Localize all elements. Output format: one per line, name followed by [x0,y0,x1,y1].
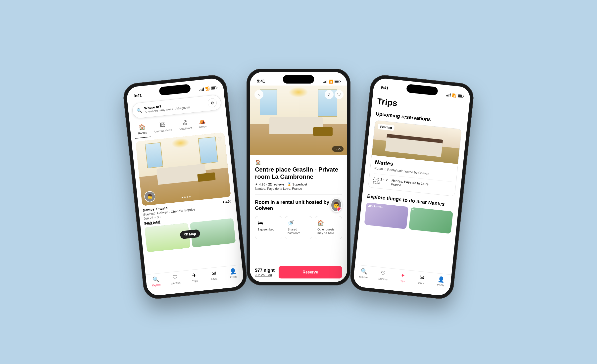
nav-profile-label: Profile [230,275,237,279]
divider-1 [255,194,342,195]
tab-caves[interactable]: ⛺ Caves [194,116,210,132]
tab-rooms-label: Rooms [138,131,147,135]
signal-icon-3 [446,93,451,97]
listing-body: 🏠 Centre place Graslin - Private room La… [250,155,347,247]
listing-image: 👨 ♡ [136,132,231,206]
nav-wishlists[interactable]: ♡ Wishlists [165,273,186,285]
listing-card[interactable]: 👨 ♡ Nantes, France ★4.95 Stay with Golwe… [136,132,233,226]
status-time-3: 9:41 [380,85,389,91]
tab-beachfront-label: Beachfront [179,126,192,131]
host-avatar[interactable]: 👨 [331,198,342,212]
status-time-1: 9:41 [134,93,142,98]
image-counter: 1 / 22 [332,146,344,152]
wifi-icon-2: 📶 [329,80,333,84]
rating-value: 4.95 [259,182,265,186]
amenity-bathroom-text: Shared bathroom [288,228,309,235]
listing-meta: ★ 4.95 · 22 reviews · 🏅 Superhost [255,182,342,186]
nav3-explore-label: Explore [359,275,368,279]
bottom-nav-3: 🔍 Explore ♡ Wishlists ✦ Trips ✉ Inbox 👤 … [353,265,451,296]
nav-trips-label: Trips [192,279,198,283]
booking-footer: $77 night Jun 25 – 30 Reserve [250,262,347,282]
nav3-trips[interactable]: ✦ Trips [392,271,413,283]
explore-t[interactable]: T [409,207,453,234]
phone-1: 9:41 📶 🔍 Where to? Anywhere · Any week · [122,74,248,300]
listing-location: Nantes, Pays de la Loire, France [255,187,342,190]
tab-caves-label: Caves [199,125,207,129]
hero-image: ‹ ⤴ ♡ 1 / 22 [250,86,347,155]
signal-icon-2 [323,80,327,83]
nav-inbox-label: Inbox [211,277,217,280]
tab-rooms[interactable]: 🏠 Rooms [134,122,151,139]
reservation-dates: Aug 1 – 2 2023 Nantes, Pays de la Loire … [373,177,451,192]
reserve-button[interactable]: Reserve [279,266,342,278]
explore-t-label: T [410,207,453,218]
listing-title: Centre place Graslin - Private room La C… [255,166,342,181]
amenity-bathroom: 🚿 Shared bathroom [285,216,312,239]
status-icons-1: 📶 [199,86,217,91]
status-icons-2: 📶 [323,80,340,84]
room-badge: 🏠 [255,159,342,165]
booking-dates[interactable]: Jun 25 – 30 [255,273,275,277]
battery-icon-2 [335,80,340,83]
tab-beachfront[interactable]: 🏖 Beachfront [174,117,196,134]
nav3-wishlists-label: Wishlists [378,277,388,281]
listing-rating: ★4.95 [222,199,232,204]
tab-amazing-views-label: Amazing views [153,128,172,133]
nav3-trips-label: Trips [399,279,405,283]
host-row: Room in a rental unit hosted by Golwen 👨 [255,198,342,212]
explore-row: Just for you T [364,202,453,234]
date-block: Aug 1 – 2 2023 [373,177,388,186]
wishlist-heart[interactable]: ♡ [216,136,222,142]
wifi-icon: 📶 [205,87,210,91]
nav-profile[interactable]: 👤 Profile [223,267,244,279]
map-label: Map [189,231,196,236]
phone-3: 9:41 📶 Trips Upcoming reservations [349,74,475,300]
hero-heart[interactable]: ♡ [335,90,344,99]
airbnb-logo-icon: ✦ [400,272,405,279]
nav3-explore[interactable]: 🔍 Explore [354,267,374,279]
filter-button[interactable]: ⚙ [207,98,217,108]
status-icons-3: 📶 [446,92,463,98]
superhost-label: Superhost [292,182,307,186]
explore-just-you-label: Just for you [366,202,409,213]
nav-explore[interactable]: 🔍 Explore [146,275,166,287]
amenity-bed: 🛏 1 queen bed [255,216,282,239]
nav-explore-label: Explore [152,283,161,287]
bottom-nav-1: 🔍 Explore ♡ Wishlists ✈ Trips ✉ Inbox 👤 … [146,265,244,296]
share-button[interactable]: ⤴ [325,90,334,99]
back-button[interactable]: ‹ [254,90,263,99]
trips-body: Trips Upcoming reservations Pending Nant… [359,91,470,234]
amenity-guests: 🏠 Other guests may be here [315,216,342,239]
dynamic-island-2 [283,75,314,84]
nav3-profile[interactable]: 👤 Profile [431,275,451,287]
nav-trips[interactable]: ✈ Trips [184,271,205,283]
nav3-wishlists[interactable]: ♡ Wishlists [373,269,393,281]
nav-inbox[interactable]: ✉ Inbox [204,269,224,281]
reviews-link[interactable]: 22 reviews [268,182,285,186]
explore-just-you[interactable]: Just for you [364,202,408,229]
room-badge-icon: 🏠 [255,159,261,165]
nav3-inbox-label: Inbox [418,281,424,285]
price-block: $77 night Jun 25 – 30 [255,268,275,277]
battery-icon-3 [458,94,463,98]
host-verified-badge [337,207,341,211]
wifi-icon-3: 📶 [452,93,457,98]
superhost-badge: 🏅 [287,182,291,186]
amenity-guests-text: Other guests may be here [317,228,339,235]
price-per-night: $77 night [255,268,275,273]
tab-amazing-views[interactable]: 🖼 Amazing views [149,120,176,137]
search-icon: 🔍 [136,107,142,113]
nav-wishlists-label: Wishlists [171,281,181,285]
battery-icon [211,86,217,90]
map-icon: 🗺 [184,232,188,237]
host-title: Room in a rental unit hosted by Golwen [255,199,331,211]
amenities-list: 🛏 1 queen bed 🚿 Shared bathroom 🏠 Other … [255,216,342,239]
phone-2: 9:41 📶 [247,69,350,285]
nav3-profile-label: Profile [437,283,444,287]
status-time-2: 9:41 [257,79,265,84]
reservation-card[interactable]: Pending Nantes Room in Rental unit hoste… [368,120,462,196]
amenity-bed-text: 1 queen bed [258,228,280,232]
location-block: Nantes, Pays de la Loire France [391,179,429,190]
signal-icon [199,87,204,91]
nav3-inbox[interactable]: ✉ Inbox [411,273,432,285]
